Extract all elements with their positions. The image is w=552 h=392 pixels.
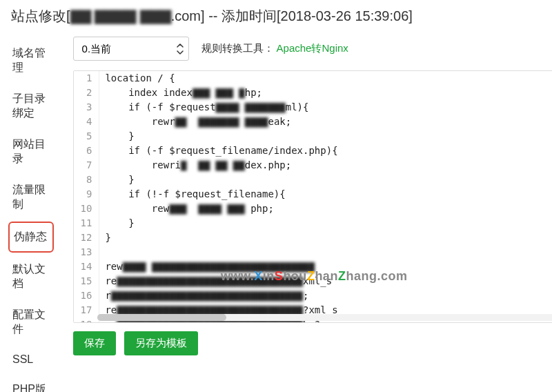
dialog-title: 站点修改[▇▇ ▇▇▇▇ ▇▇▇.com] -- 添加时间[2018-03-26… xyxy=(0,0,552,32)
line-number: 18 xyxy=(74,317,99,322)
template-select-wrap: 0.当前 xyxy=(73,37,189,61)
line-code[interactable]: } xyxy=(99,173,552,187)
editor-line: 10 rew▇▇▇ ▇▇▇▇ ▇▇▇ php; xyxy=(74,202,552,216)
editor-line: 2 index index▇▇▇ ▇▇▇ ▇hp; xyxy=(74,86,552,100)
sidebar-item-php[interactable]: PHP版本 xyxy=(0,374,61,392)
title-prefix: 站点修改[ xyxy=(11,8,70,23)
editor-line: 8 } xyxy=(74,173,552,187)
editor-line: 7 rewri▇ ▇▇ ▇▇ ▇▇dex.php; xyxy=(74,158,552,173)
line-number: 12 xyxy=(74,231,99,245)
sidebar-item-rewrite[interactable]: 伪静态 xyxy=(8,222,54,253)
content-container: 域名管理子目录绑定网站目录流量限制伪静态默认文档配置文件SSLPHP版本Tomc… xyxy=(0,32,552,392)
line-code[interactable]: location / { xyxy=(99,71,552,86)
editor-line: 5 } xyxy=(74,129,552,144)
sidebar-item-config[interactable]: 配置文件 xyxy=(0,300,61,345)
line-number: 16 xyxy=(74,288,99,303)
line-number: 11 xyxy=(74,216,99,231)
editor-line: 1location / { xyxy=(74,71,552,86)
editor-line: 9 if (!-f $request_filename){ xyxy=(74,187,552,202)
line-code[interactable]: } xyxy=(99,231,552,245)
sidebar-item-ssl[interactable]: SSL xyxy=(0,345,61,374)
editor-line: 11 } xyxy=(74,216,552,231)
line-number: 1 xyxy=(74,71,99,86)
line-number: 4 xyxy=(74,115,99,129)
line-number: 5 xyxy=(74,129,99,144)
sidebar-item-domain[interactable]: 域名管理 xyxy=(0,38,61,84)
code-editor[interactable]: 1location / {2 index index▇▇▇ ▇▇▇ ▇hp;3 … xyxy=(73,70,552,323)
line-number: 2 xyxy=(74,86,99,100)
title-domain-masked: ▇▇ ▇▇▇▇ ▇▇▇ xyxy=(70,8,171,24)
horizontal-scrollbar[interactable] xyxy=(97,314,552,321)
line-number: 6 xyxy=(74,144,99,158)
line-code[interactable]: } xyxy=(99,129,552,144)
line-code[interactable]: r▇▇▇▇▇▇▇▇▇▇▇▇▇▇▇▇▇▇▇▇▇▇▇▇▇▇▇▇▇▇▇▇▇; xyxy=(99,288,552,303)
line-code[interactable]: if (!-f $request_filename){ xyxy=(99,187,552,202)
line-number: 14 xyxy=(74,259,99,274)
line-code[interactable]: rewr▇▇ ▇▇▇▇▇▇▇ ▇▇▇▇eak; xyxy=(99,115,552,129)
line-code[interactable] xyxy=(99,245,552,259)
converter-label: 规则转换工具： xyxy=(201,42,274,55)
line-number: 9 xyxy=(74,187,99,202)
editor-line: 15re▇▇▇▇▇▇▇▇▇▇▇▇▇▇▇▇▇▇▇▇▇▇▇▇▇▇▇▇▇▇▇▇xml_… xyxy=(74,274,552,288)
line-code[interactable]: index index▇▇▇ ▇▇▇ ▇hp; xyxy=(99,86,552,100)
editor-line: 12} xyxy=(74,231,552,245)
sidebar: 域名管理子目录绑定网站目录流量限制伪静态默认文档配置文件SSLPHP版本Tomc… xyxy=(0,32,61,392)
save-as-template-button[interactable]: 另存为模板 xyxy=(124,331,198,355)
line-number: 17 xyxy=(74,303,99,317)
editor-line: 6 if (-f $request_filename/index.php){ xyxy=(74,144,552,158)
line-code[interactable]: rew▇▇▇▇ ▇▇▇▇▇▇▇▇▇▇▇▇▇▇▇▇▇▇▇▇▇▇▇▇▇▇▇▇ xyxy=(99,259,552,274)
line-code[interactable]: if (-f $request▇▇▇▇ ▇▇▇▇▇▇▇ml){ xyxy=(99,100,552,115)
line-number: 15 xyxy=(74,274,99,288)
editor-scroll[interactable]: 1location / {2 index index▇▇▇ ▇▇▇ ▇hp;3 … xyxy=(74,71,552,322)
template-select[interactable]: 0.当前 xyxy=(73,37,189,61)
editor-line: 16r▇▇▇▇▇▇▇▇▇▇▇▇▇▇▇▇▇▇▇▇▇▇▇▇▇▇▇▇▇▇▇▇▇; xyxy=(74,288,552,303)
line-code[interactable]: re▇▇▇▇▇▇▇▇▇▇▇▇▇▇▇▇▇▇▇▇▇▇▇▇▇▇▇▇▇▇▇▇xml_s xyxy=(99,274,552,288)
line-code[interactable]: } xyxy=(99,216,552,231)
main-panel: 0.当前 规则转换工具： Apache转Nginx 1location / {2… xyxy=(61,32,552,392)
editor-line: 14rew▇▇▇▇ ▇▇▇▇▇▇▇▇▇▇▇▇▇▇▇▇▇▇▇▇▇▇▇▇▇▇▇▇ xyxy=(74,259,552,274)
editor-line: 4 rewr▇▇ ▇▇▇▇▇▇▇ ▇▇▇▇eak; xyxy=(74,115,552,129)
horizontal-scrollbar-thumb[interactable] xyxy=(97,314,226,321)
line-number: 13 xyxy=(74,245,99,259)
converter-link[interactable]: Apache转Nginx xyxy=(277,42,348,55)
action-bar: 保存 另存为模板 xyxy=(73,331,552,355)
line-number: 7 xyxy=(74,158,99,173)
editor-line: 3 if (-f $request▇▇▇▇ ▇▇▇▇▇▇▇ml){ xyxy=(74,100,552,115)
toolbar: 0.当前 规则转换工具： Apache转Nginx xyxy=(73,37,552,61)
sidebar-item-sitedir[interactable]: 网站目录 xyxy=(0,129,61,175)
line-code[interactable]: if (-f $request_filename/index.php){ xyxy=(99,144,552,158)
line-code[interactable]: rewri▇ ▇▇ ▇▇ ▇▇dex.php; xyxy=(99,158,552,173)
sidebar-item-subdir[interactable]: 子目录绑定 xyxy=(0,84,61,129)
save-button[interactable]: 保存 xyxy=(73,331,116,355)
editor-line: 13 xyxy=(74,245,552,259)
line-number: 10 xyxy=(74,202,99,216)
sidebar-item-traffic[interactable]: 流量限制 xyxy=(0,175,61,220)
editor-content: 1location / {2 index index▇▇▇ ▇▇▇ ▇hp;3 … xyxy=(74,71,552,322)
sidebar-item-default-doc[interactable]: 默认文档 xyxy=(0,254,61,300)
line-code[interactable]: rew▇▇▇ ▇▇▇▇ ▇▇▇ php; xyxy=(99,202,552,216)
line-number: 3 xyxy=(74,100,99,115)
line-number: 8 xyxy=(74,173,99,187)
title-suffix: .com] -- 添加时间[2018-03-26 15:39:06] xyxy=(171,8,413,23)
